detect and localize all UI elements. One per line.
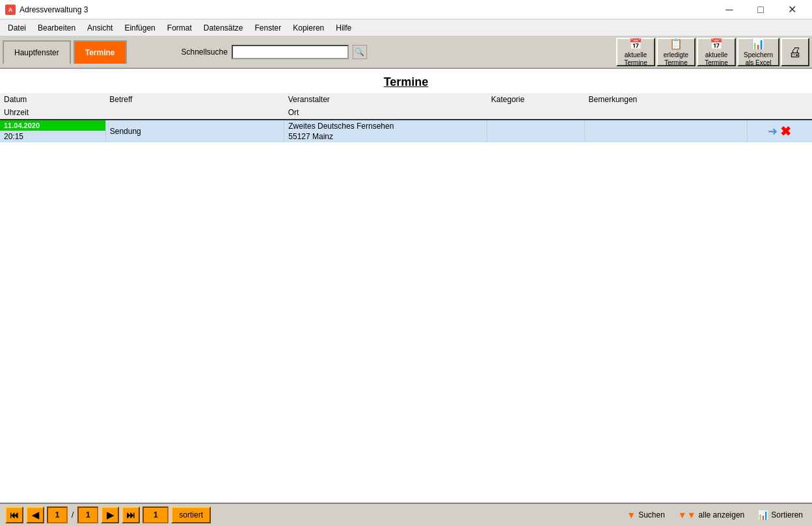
last-record-button[interactable]: ⏭ xyxy=(122,506,140,523)
col-header-actions-2 xyxy=(747,106,812,120)
col-header-kategorie-2 xyxy=(487,106,585,120)
checklist-icon: 📋 xyxy=(670,38,683,50)
alle-anzeigen-label: alle anzeigen xyxy=(699,510,745,519)
menu-datensaetze[interactable]: Datensätze xyxy=(198,22,249,34)
window-title: Adressverwaltung 3 xyxy=(20,5,88,14)
tab-termine[interactable]: Termine xyxy=(74,40,127,64)
aktuelle-termine2-label: aktuelleTermine xyxy=(705,51,728,67)
search-label: Schnellsuche xyxy=(182,47,228,57)
record-number-display: 1 xyxy=(142,506,169,523)
col-header-kategorie-1: Kategorie xyxy=(487,93,585,106)
page-title: Termine xyxy=(0,69,812,93)
menu-kopieren[interactable]: Kopieren xyxy=(288,22,329,34)
sort-icon: 📊 xyxy=(757,510,768,520)
table-wrapper: Datum Betreff Veranstalter Kategorie Bem… xyxy=(0,93,812,503)
time-value: 20:15 xyxy=(0,131,105,142)
aktuelle-termine2-button[interactable]: 📅 aktuelleTermine xyxy=(697,38,736,66)
status-bar: ⏮ ◀ 1 / 1 ▶ ⏭ 1 sortiert ▼ Suchen ▼▼ all… xyxy=(0,503,812,526)
betreff-cell: Sendung xyxy=(105,120,284,142)
menu-einfuegen[interactable]: Einfügen xyxy=(119,22,160,34)
total-pages-display: 1 xyxy=(77,506,98,523)
main-content: Termine Datum Betreff Veranstalter Kateg… xyxy=(0,69,812,503)
search-button[interactable]: 🔍 xyxy=(353,45,367,59)
col-header-veranst-1: Veranstalter xyxy=(284,93,487,106)
col-header-datum-1: Datum xyxy=(0,93,105,106)
col-header-betreff-2 xyxy=(105,106,284,120)
alle-anzeigen-button[interactable]: ▼▼ alle anzeigen xyxy=(674,508,748,521)
app-icon: A xyxy=(5,5,16,15)
menu-format[interactable]: Format xyxy=(162,22,197,34)
first-record-button[interactable]: ⏮ xyxy=(5,506,23,523)
toolbar: Hauptfenster Termine Schnellsuche 🔍 📅 ak… xyxy=(0,36,812,69)
date-value: 11.04.2020 xyxy=(0,120,105,131)
page-separator: / xyxy=(70,510,75,519)
next-record-button[interactable]: ▶ xyxy=(101,506,119,523)
title-bar: A Adressverwaltung 3 ─ □ ✕ xyxy=(0,0,812,20)
data-table: Datum Betreff Veranstalter Kategorie Bem… xyxy=(0,93,812,142)
col-header-ort: Ort xyxy=(284,106,487,120)
col-header-bemerk-1: Bemerkungen xyxy=(585,93,748,106)
table-row: 11.04.2020 20:15 Sendung Zweites Deutsch… xyxy=(0,120,812,142)
calendar-icon: 📅 xyxy=(629,38,642,50)
navigate-arrow-icon[interactable]: ➜ xyxy=(768,124,778,138)
prev-record-button[interactable]: ◀ xyxy=(26,506,44,523)
aktuelle-termine-button[interactable]: 📅 aktuelleTermine xyxy=(616,38,655,66)
calendar2-icon: 📅 xyxy=(710,38,723,50)
kategorie-cell xyxy=(487,120,585,142)
minimize-button[interactable]: ─ xyxy=(714,0,744,20)
menu-bearbeiten[interactable]: Bearbeiten xyxy=(33,22,81,34)
speichern-excel-label: Speichernals Excel xyxy=(744,51,773,67)
veranstalter-cell: Zweites Deutsches Fernsehen 55127 Mainz xyxy=(284,120,487,142)
excel-icon: 📊 xyxy=(751,38,765,50)
suchen-label: Suchen xyxy=(638,510,665,519)
speichern-excel-button[interactable]: 📊 Speichernals Excel xyxy=(737,38,779,66)
tab-hauptfenster[interactable]: Hauptfenster xyxy=(3,40,71,64)
sortieren-button[interactable]: 📊 Sortieren xyxy=(753,508,807,521)
col-header-actions xyxy=(747,93,812,106)
funnel-icon: ▼ xyxy=(627,510,636,520)
ort-value: 55127 Mainz xyxy=(284,132,487,142)
col-header-bemerk-2 xyxy=(585,106,748,120)
col-header-betreff-1: Betreff xyxy=(105,93,284,106)
menu-bar: Datei Bearbeiten Ansicht Einfügen Format… xyxy=(0,20,812,36)
menu-fenster[interactable]: Fenster xyxy=(250,22,287,34)
erledigte-termine-label: erledigteTermine xyxy=(664,51,688,67)
actions-cell: ➜ ✖ xyxy=(747,120,812,142)
erledigte-termine-button[interactable]: 📋 erledigteTermine xyxy=(656,38,696,66)
current-page-display: 1 xyxy=(47,506,68,523)
menu-datei[interactable]: Datei xyxy=(3,22,31,34)
menu-hilfe[interactable]: Hilfe xyxy=(331,22,357,34)
col-header-uhrzeit: Uhrzeit xyxy=(0,106,105,120)
bemerkungen-cell xyxy=(585,120,748,142)
sorted-button[interactable]: sortiert xyxy=(171,506,211,523)
print-button[interactable]: 🖨 xyxy=(781,38,809,66)
delete-icon[interactable]: ✖ xyxy=(780,124,791,139)
suchen-button[interactable]: ▼ Suchen xyxy=(623,508,669,521)
datum-cell: 11.04.2020 20:15 xyxy=(0,120,105,142)
maximize-button[interactable]: □ xyxy=(746,0,776,20)
search-input[interactable] xyxy=(232,45,349,59)
menu-ansicht[interactable]: Ansicht xyxy=(82,22,118,34)
sortieren-label: Sortieren xyxy=(771,510,803,519)
funnel-all-icon: ▼▼ xyxy=(678,510,696,520)
close-button[interactable]: ✕ xyxy=(777,0,807,20)
veranstalter-value: Zweites Deutsches Fernsehen xyxy=(284,120,487,132)
aktuelle-termine-label: aktuelleTermine xyxy=(624,51,647,67)
